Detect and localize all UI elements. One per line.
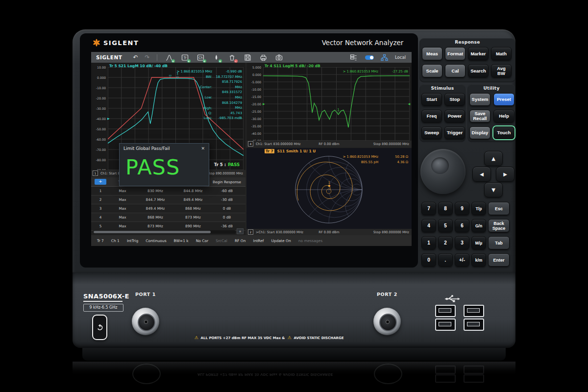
keypad-key-t-p[interactable]: T/p (471, 202, 486, 215)
table-cell: Max (110, 215, 135, 220)
keypad-key-m-[interactable]: M/µ (471, 236, 486, 249)
limit-table-row[interactable]: 4Max868 MHz873 MHz0 dB (91, 213, 245, 222)
screenshot-camera-icon[interactable] (275, 54, 283, 61)
keypad-key-g-n[interactable]: G/n (471, 219, 486, 232)
plot-area[interactable]: 1◇▶◀ (263, 67, 410, 141)
keypad-key-4[interactable]: 4 (421, 219, 436, 232)
pass-fail-result: PASS (120, 153, 209, 181)
arrow-down-button[interactable]: ▼ (484, 182, 503, 197)
limit-table-row[interactable]: 2Max844.7 MHz849.4 MHz-30 dB (91, 196, 245, 204)
readout-label: > 1:860.821053 MHz (343, 70, 378, 74)
delete-icon[interactable]: - (228, 54, 236, 61)
response-button-format[interactable]: Format (445, 47, 466, 60)
utility-button-preset[interactable]: Preset (493, 93, 514, 106)
readout-row: BW:18.772707 MHz (177, 74, 242, 80)
marker-readout: > 1:860.821053 MHz-0.990 dBBW:18.772707 … (177, 69, 242, 121)
redo-icon[interactable]: ↷ (145, 54, 149, 61)
utility-button-help[interactable]: Help (493, 110, 514, 122)
touchscreen-toggle[interactable] (365, 55, 374, 60)
keypad-key-7[interactable]: 7 (421, 202, 436, 215)
table-cell: 890 MHz (175, 224, 211, 228)
port2-label: PORT 2 (364, 292, 411, 297)
y-tick-label: -70.00 (96, 148, 106, 151)
utility-button-display[interactable]: Display (469, 126, 490, 139)
response-button-math[interactable]: Math (491, 47, 512, 60)
status-item-inttrig: IntTrig (127, 239, 138, 243)
readout-label: BW: (206, 75, 212, 79)
display-layout-icon[interactable] (350, 54, 357, 61)
undo-icon[interactable]: ↶ (133, 54, 138, 61)
limit-table-row[interactable]: 1Max830 MHz844.8 MHz-60 dB (91, 187, 245, 196)
marker-1: 1◇ (337, 108, 340, 115)
table-cell: -36 dB (211, 224, 243, 228)
utility-button-save-recall[interactable]: Save Recall (469, 110, 490, 122)
response-button-meas[interactable]: Meas (422, 47, 442, 60)
key-tab[interactable]: Tab (488, 236, 510, 249)
y-tick-label: -60.00 (96, 138, 106, 141)
arrow-left-button[interactable]: ◀ (472, 167, 491, 182)
limit-table-row[interactable]: 5Max873 MHz890 MHz-36 dB (91, 222, 245, 231)
keypad-key--[interactable]: +/- (455, 253, 469, 267)
save-icon[interactable] (244, 54, 251, 61)
arrow-right-button[interactable]: ▶ (496, 167, 514, 182)
close-icon[interactable]: ✕ (201, 146, 205, 151)
keypad-key-8[interactable]: 8 (438, 202, 453, 215)
esd-warning-icon: ⚠ (287, 336, 291, 340)
add-trace-icon[interactable]: Tr+ (181, 54, 189, 61)
response-button-marker[interactable]: Marker (468, 47, 489, 60)
keypad-key-6[interactable]: 6 (455, 219, 469, 232)
response-button-scale[interactable]: Scale (422, 64, 442, 77)
warning-text-2: AVOID STATIC DISCHARGE (294, 336, 344, 340)
dialog-title: Limit Global Pass/Fail (123, 146, 170, 151)
keypad-key-3[interactable]: 3 (455, 236, 469, 249)
key-back-space[interactable]: Back Space (488, 219, 510, 232)
vna-screen[interactable]: SIGLENT ↶ ↷ + Tr+ Ch+ + - (91, 52, 412, 246)
add-marker-icon[interactable]: + (213, 54, 220, 61)
keypad-key-0[interactable]: 0 (421, 253, 436, 267)
status-item-tr-7: Tr 7 (97, 239, 104, 243)
add-segment-button[interactable]: + (95, 179, 106, 185)
stimulus-button-sweep[interactable]: Sweep (421, 126, 442, 139)
add-channel-icon[interactable]: Ch+ (197, 54, 204, 61)
response-button-search[interactable]: Search (468, 64, 489, 77)
keypad-key-2[interactable]: 2 (438, 236, 453, 249)
stimulus-button-start[interactable]: Start (421, 93, 442, 106)
print-icon[interactable] (260, 54, 267, 61)
stimulus-button-stop[interactable]: Stop (444, 93, 465, 106)
arrow-up-button[interactable]: ▲ (484, 151, 503, 166)
key-enter[interactable]: Enter (488, 253, 510, 267)
rotary-knob[interactable] (420, 149, 466, 194)
readout-row: 805.55 pH4.36 Ω (343, 160, 408, 165)
table-header-begin-response: Begin Response (211, 180, 243, 184)
trace-curve-icon[interactable]: + (166, 54, 173, 61)
stimulus-button-trigger[interactable]: Trigger (444, 126, 465, 139)
stimulus-button-freq[interactable]: Freq (421, 110, 442, 122)
keypad-key--[interactable]: . (438, 253, 453, 267)
utility-button-touch[interactable]: Touch (493, 126, 514, 139)
readout-value: 18.772707 MHz (216, 74, 242, 80)
readout-row: Q:45.743 (177, 111, 242, 116)
utility-button-system[interactable]: System (469, 93, 490, 106)
key-esc[interactable]: Esc (488, 202, 510, 215)
y-tick-label: -40.00 (251, 132, 261, 135)
stimulus-button-power[interactable]: Power (444, 110, 465, 122)
table-scrollbar[interactable] (93, 230, 236, 234)
response-button-cal[interactable]: Cal (445, 64, 466, 77)
keypad-key-5[interactable]: 5 (438, 219, 453, 232)
smith-chart-window[interactable]: Tr 7 S11 Smith 1 U/ 1 U1◆2>Ch1: Start 83… (246, 148, 412, 235)
status-item-rf-on: RF On (235, 239, 246, 243)
status-item-no-cor: No Cor (196, 239, 209, 243)
keypad-key-9[interactable]: 9 (455, 202, 469, 215)
chart-s11-window[interactable]: Tr 4 S11 LogM 5 dB/ -20 dB5.0000.000-5.0… (246, 63, 412, 147)
power-button[interactable] (92, 315, 107, 340)
keypad-key-k-m[interactable]: k/m (471, 253, 486, 267)
table-cell: -60 dB (211, 189, 243, 193)
keypad-key-1[interactable]: 1 (421, 236, 436, 249)
window-number-badge: 4 (248, 141, 253, 147)
lan-status-icon[interactable] (381, 54, 388, 61)
limit-table-row[interactable]: 3Max849.4 MHz868 MHz0 dB (91, 204, 245, 213)
scrollbar-thumb[interactable] (94, 231, 211, 233)
response-button-avg-bw[interactable]: Avg BW (491, 64, 512, 77)
marker-1: 1◇ (176, 72, 179, 78)
table-scroll-corner[interactable]: ≡ (237, 228, 244, 234)
